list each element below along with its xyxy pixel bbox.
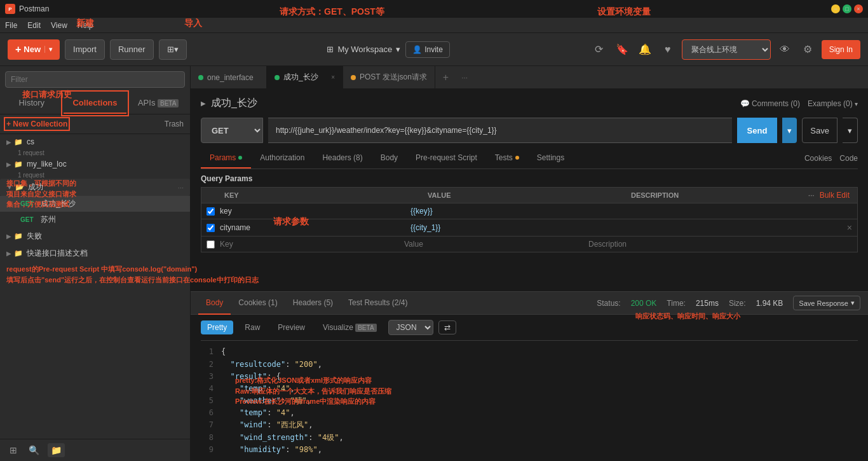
- tab-post-json-label: POST 发送json请求: [360, 72, 427, 83]
- save-dropdown-button[interactable]: ▾: [843, 118, 858, 143]
- sync-button[interactable]: ⟳: [590, 41, 608, 58]
- tab-changsha[interactable]: 成功_长沙 ×: [267, 66, 343, 89]
- cookies-link[interactable]: Cookies: [804, 154, 832, 163]
- request-changsha-row[interactable]: GET 成功_长沙: [0, 196, 190, 212]
- tab-post-json[interactable]: POST 发送json请求: [343, 66, 435, 89]
- param-new-desc-input[interactable]: [588, 240, 852, 249]
- grid-icon[interactable]: ⊞: [6, 443, 20, 457]
- runner-button[interactable]: Runner: [110, 39, 154, 60]
- request-suzhou-row[interactable]: GET 苏州: [0, 212, 190, 228]
- layout-button[interactable]: ⊞▾: [159, 39, 187, 60]
- menu-view[interactable]: View: [51, 21, 67, 30]
- resp-tab-cookies[interactable]: Cookies (1): [231, 292, 285, 315]
- signin-button[interactable]: Sign In: [822, 40, 860, 59]
- param-delete-icon[interactable]: ×: [847, 223, 852, 233]
- sidebar-actions: + New Collection Trash: [0, 114, 190, 134]
- app-icon: P: [5, 4, 15, 14]
- folder-more-icon[interactable]: ···: [178, 184, 184, 191]
- params-dot: [238, 156, 242, 160]
- bulk-edit-button[interactable]: Bulk Edit: [820, 191, 850, 200]
- code-line-7: 7 "wind": "西北风",: [201, 419, 858, 431]
- url-input[interactable]: [268, 118, 732, 143]
- folder-cs-row[interactable]: ▶ 📁 cs: [0, 134, 190, 149]
- resp-tab-body[interactable]: Body: [198, 292, 231, 315]
- tab-apis[interactable]: APIs BETA: [126, 93, 190, 114]
- format-preview[interactable]: Preview: [271, 320, 311, 334]
- nav-settings[interactable]: Settings: [528, 148, 573, 169]
- format-pretty[interactable]: Pretty: [201, 320, 233, 334]
- invite-button[interactable]: 👤 Invite: [405, 41, 450, 58]
- folder-success-row[interactable]: ▼ 📂 成功 ···: [0, 179, 190, 196]
- folder-mylikeloc-row[interactable]: ▶ 📁 my_like_loc: [0, 156, 190, 172]
- workspace-button[interactable]: ⊞ My Workspace ▾: [327, 45, 400, 54]
- code-line-3: 3 "result": {: [201, 371, 858, 383]
- new-collection-button[interactable]: + New Collection: [6, 120, 67, 128]
- request-changsha-name: 成功_长沙: [41, 198, 76, 209]
- nav-pre-request[interactable]: Pre-request Script: [407, 148, 486, 169]
- add-tab-button[interactable]: +: [435, 72, 456, 83]
- save-button[interactable]: Save: [802, 118, 837, 143]
- menu-help[interactable]: Help: [78, 21, 93, 30]
- param-new-checkbox[interactable]: [207, 240, 215, 249]
- nav-authorization[interactable]: Authorization: [251, 148, 313, 169]
- close-button[interactable]: ×: [854, 4, 863, 13]
- new-dropdown-arrow[interactable]: ▾: [44, 46, 52, 53]
- tab-collections[interactable]: Collections: [64, 93, 127, 114]
- resp-tab-test-results[interactable]: Test Results (2/4): [341, 292, 415, 315]
- time-label: Time:: [667, 299, 686, 308]
- menu-edit[interactable]: Edit: [27, 21, 41, 30]
- format-type-select[interactable]: JSON XML HTML Text: [388, 320, 433, 335]
- status-label: Status:: [597, 299, 620, 308]
- bell-button[interactable]: 🔔: [636, 41, 654, 58]
- param-new-key-input[interactable]: [220, 240, 404, 249]
- send-button[interactable]: Send: [737, 118, 778, 143]
- eye-button[interactable]: 👁: [776, 41, 794, 58]
- method-select[interactable]: GET POST PUT DELETE: [201, 118, 263, 143]
- param-new-value-input[interactable]: [404, 240, 588, 249]
- chevron-right-icon: ▶: [6, 139, 11, 146]
- tab-one-interface[interactable]: one_interface: [191, 66, 267, 89]
- format-raw[interactable]: Raw: [238, 320, 266, 334]
- trash-button[interactable]: Trash: [165, 120, 184, 128]
- folder-fail-row[interactable]: ▶ 📁 失败: [0, 228, 190, 245]
- nav-params[interactable]: Params: [201, 148, 251, 169]
- code-line-9: 9 "humidity": "98%",: [201, 444, 858, 456]
- table-more-icon[interactable]: ···: [808, 191, 815, 200]
- resp-tab-headers[interactable]: Headers (5): [285, 292, 341, 315]
- menu-file[interactable]: File: [5, 21, 17, 30]
- maximize-button[interactable]: □: [843, 4, 851, 13]
- comments-label[interactable]: 💬 Comments (0): [740, 99, 800, 108]
- search-input[interactable]: [5, 71, 185, 88]
- param-cityname-checkbox[interactable]: [207, 224, 215, 232]
- folder-express-row[interactable]: ▶ 📁 快递接口描述文档: [0, 245, 190, 262]
- settings-button[interactable]: ⚙: [799, 41, 817, 58]
- format-icon-button[interactable]: ⇄: [438, 320, 456, 334]
- import-button[interactable]: Import: [65, 39, 105, 60]
- code-link[interactable]: Code: [839, 154, 858, 163]
- minimize-button[interactable]: −: [831, 4, 840, 13]
- th-key: KEY: [224, 191, 428, 199]
- examples-label[interactable]: Examples (0) ▾: [808, 99, 858, 108]
- method-dot-get-1: [198, 75, 203, 80]
- tab-changsha-label: 成功_长沙: [283, 72, 318, 83]
- format-visualize[interactable]: Visualize BETA: [316, 320, 383, 334]
- nav-body[interactable]: Body: [372, 148, 407, 169]
- bookmark-button[interactable]: 🔖: [613, 41, 631, 58]
- environment-select[interactable]: 聚合线上环境: [682, 39, 771, 60]
- save-response-button[interactable]: Save Response ▾: [793, 296, 860, 310]
- close-icon-2[interactable]: ×: [331, 74, 335, 81]
- response-tabs-bar: Body Cookies (1) Headers (5) Test Result…: [191, 292, 868, 315]
- heart-button[interactable]: ♥: [659, 41, 677, 58]
- search-bottom-icon[interactable]: 🔍: [25, 443, 43, 457]
- collection-cs: ▶ 📁 cs 1 request: [0, 134, 190, 156]
- new-button[interactable]: + New ▾: [8, 39, 60, 60]
- param-key-checkbox[interactable]: [207, 207, 215, 216]
- send-dropdown-button[interactable]: ▾: [782, 118, 797, 143]
- more-tabs-button[interactable]: ···: [456, 73, 473, 82]
- tab-history[interactable]: History: [0, 93, 64, 114]
- nav-tests[interactable]: Tests: [486, 148, 528, 169]
- param-row-key: key {{key}}: [201, 203, 858, 219]
- invite-label: Invite: [424, 45, 443, 54]
- folder-bottom-icon[interactable]: 📁: [48, 443, 65, 457]
- nav-headers[interactable]: Headers (8): [313, 148, 371, 169]
